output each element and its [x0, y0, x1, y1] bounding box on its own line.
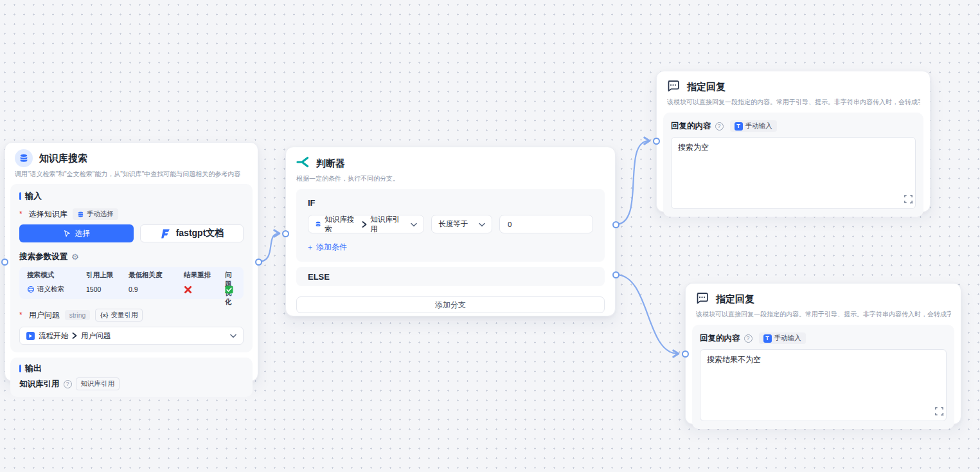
question-field: 用户问题 [81, 331, 111, 341]
manual-input-badge[interactable]: T 手动输入 [730, 120, 777, 132]
node-description: 调用"语义检索"和"全文检索"能力，从"知识库"中查找可能与问题相关的参考内容 [15, 170, 248, 179]
port-dataset-output[interactable] [255, 259, 262, 266]
add-condition-button[interactable]: + 添加条件 [308, 242, 593, 253]
dataset-icon [15, 149, 33, 167]
edge-if-to-reply-empty [616, 141, 649, 224]
output-section-label: 输出 [19, 363, 244, 374]
selected-dataset-chip[interactable]: fastgpt文档 [140, 224, 244, 242]
add-branch-button[interactable]: 添加分支 [296, 296, 605, 313]
semantic-search-icon [27, 286, 35, 293]
col-quote-limit: 引用上限 [86, 271, 129, 280]
classifier-node-header: 判断器 [286, 147, 615, 172]
dataset-input-section: 输入 * 选择知识库 手动选择 选择 fastgpt文档 [10, 184, 253, 352]
node-description: 根据一定的条件，执行不同的分支。 [296, 174, 605, 183]
expand-icon[interactable] [904, 194, 913, 206]
reply-content-textarea[interactable]: 搜索为空 [671, 137, 916, 209]
port-classifier-input[interactable] [282, 230, 289, 237]
col-rerank: 结果重排 [184, 271, 225, 280]
chat-bubble-icon [695, 291, 709, 307]
col-question-opt: 问题优化 [225, 271, 236, 280]
variable-ref-button[interactable]: {x} 变量引用 [95, 309, 143, 322]
red-cross-icon [184, 286, 192, 294]
manual-select-badge[interactable]: 手动选择 [73, 208, 118, 220]
node-title: 指定回复 [716, 293, 754, 305]
cell-min-similarity: 0.9 [129, 284, 184, 295]
condition-variable-select[interactable]: 知识库搜索 知识库引用 [308, 215, 424, 233]
reply-content-section: 回复的内容 ? T 手动输入 搜索为空 [663, 113, 923, 217]
condition-operator-select[interactable]: 长度等于 [431, 215, 492, 233]
select-cursor-icon [63, 230, 71, 238]
dataset-quote-output-row: 知识库引用 ? 知识库引用 [19, 377, 244, 390]
col-search-mode: 搜索模式 [27, 271, 86, 280]
text-input-icon: T [763, 334, 772, 343]
reply-content-label: 回复的内容 [700, 333, 740, 344]
section-bar [19, 192, 21, 200]
reply-content-label-row: 回复的内容 ? T 手动输入 [700, 332, 947, 344]
cell-rerank-off [184, 284, 225, 295]
fastgpt-logo [160, 228, 171, 239]
node-description: 该模块可以直接回复一段指定的内容。常用于引导、提示。非字符串内容传入时，会转成字… [667, 98, 920, 107]
port-dataset-input[interactable] [1, 259, 8, 266]
edge-else-to-reply-filled [616, 275, 678, 354]
node-description: 该模块可以直接回复一段指定的内容。常用于引导、提示。非字符串内容传入时，会转成字… [696, 310, 951, 319]
if-label: IF [308, 198, 593, 208]
col-min-similarity: 最低相关度 [129, 271, 184, 280]
chevron-right-icon [362, 221, 367, 228]
section-bar [19, 365, 21, 372]
reply-content-textarea[interactable]: 搜索结果不为空 [700, 349, 947, 421]
required-asterisk: * [19, 210, 22, 219]
dataset-output-section: 输出 知识库引用 ? 知识库引用 [10, 358, 253, 397]
user-question-row: * 用户问题 string {x} 变量引用 [19, 309, 244, 322]
expand-icon[interactable] [934, 406, 944, 419]
chevron-down-icon [230, 332, 236, 340]
user-question-label: 用户问题 [29, 310, 60, 321]
help-icon[interactable]: ? [744, 334, 753, 343]
chevron-down-icon [479, 221, 485, 228]
branch-icon [296, 155, 310, 172]
user-question-select[interactable]: 流程开始 用户问题 [19, 327, 244, 345]
cell-question-opt-on [225, 284, 236, 295]
node-reply-filled[interactable]: 指定回复 该模块可以直接回复一段指定的内容。常用于引导、提示。非字符串内容传入时… [685, 283, 961, 424]
var-ref-icon: {x} [100, 312, 108, 318]
node-title: 知识库搜索 [39, 152, 87, 165]
port-classifier-else[interactable] [612, 271, 619, 278]
port-reply-empty-input[interactable] [653, 138, 660, 145]
condition-var-source: 知识库搜索 [325, 215, 359, 234]
flow-start-icon [26, 332, 35, 340]
chat-bubble-icon [666, 79, 680, 95]
if-branch-box: IF 知识库搜索 知识库引用 长度等于 + [296, 189, 605, 262]
condition-var-field: 知识库引用 [370, 215, 404, 234]
dataset-mini-icon [315, 221, 321, 228]
port-reply-filled-input[interactable] [682, 350, 689, 358]
text-input-icon: T [735, 122, 743, 131]
reply-node-header: 指定回复 [657, 71, 930, 95]
search-params-table: 搜索模式 引用上限 最低相关度 结果重排 问题优化 语义检索 1500 0.9 [19, 267, 244, 299]
help-icon[interactable]: ? [64, 380, 72, 388]
dataset-mini-icon [77, 211, 84, 218]
gear-icon[interactable]: ⚙ [71, 252, 79, 262]
choose-dataset-button[interactable]: 选择 [19, 224, 134, 242]
output-value-badge: 知识库引用 [76, 377, 120, 390]
help-icon[interactable]: ? [715, 122, 724, 131]
node-dataset-search[interactable]: 知识库搜索 调用"语义检索"和"全文检索"能力，从"知识库"中查找可能与问题相关… [4, 142, 258, 381]
reply-content-section: 回复的内容 ? T 手动输入 搜索结果不为空 [692, 325, 954, 429]
else-branch-box: ELSE [296, 267, 605, 286]
chevron-right-icon [72, 332, 77, 339]
manual-input-badge[interactable]: T 手动输入 [759, 332, 806, 344]
green-check-icon [225, 286, 233, 294]
type-badge: string [65, 310, 91, 320]
search-params-title[interactable]: 搜索参数设置 ⚙ [19, 251, 244, 262]
condition-operator: 长度等于 [438, 219, 468, 229]
node-classifier[interactable]: 判断器 根据一定的条件，执行不同的分支。 IF 知识库搜索 知识库引用 长度等于 [285, 147, 616, 316]
node-title: 指定回复 [687, 81, 726, 93]
node-reply-empty[interactable]: 指定回复 该模块可以直接回复一段指定的内容。常用于引导、提示。非字符串内容传入时… [656, 71, 931, 212]
select-dataset-label: 选择知识库 [29, 209, 67, 220]
reply-node-header: 指定回复 [686, 284, 961, 307]
input-section-label: 输入 [19, 191, 244, 201]
workflow-canvas[interactable]: 知识库搜索 调用"语义检索"和"全文检索"能力，从"知识库"中查找可能与问题相关… [0, 0, 980, 472]
condition-value-input[interactable] [499, 215, 593, 233]
port-classifier-if[interactable] [612, 221, 619, 228]
edge-dataset-to-classifier [258, 233, 279, 262]
output-field-label: 知识库引用 [19, 379, 60, 390]
cell-search-mode: 语义检索 [27, 284, 86, 295]
